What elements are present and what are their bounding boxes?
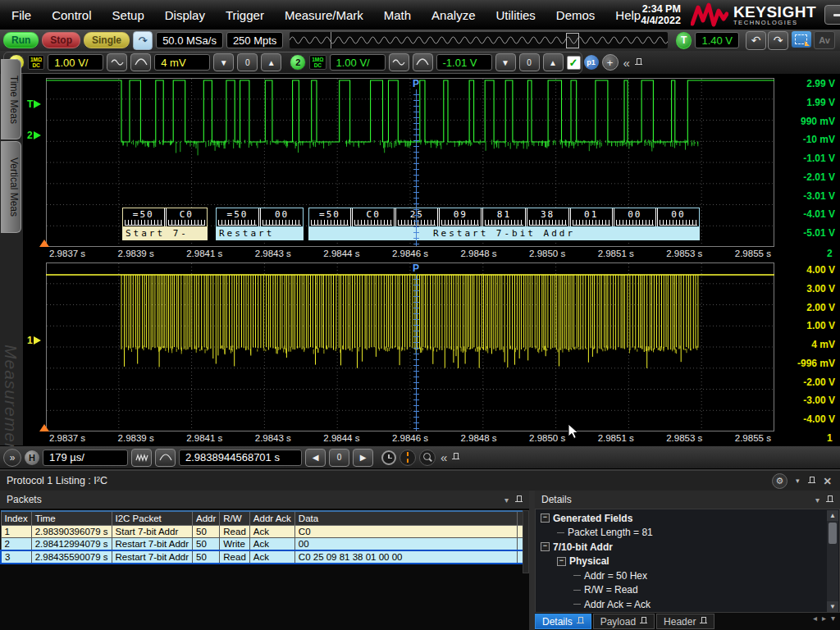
dropdown-arrow-icon[interactable]: ▾ <box>796 477 800 485</box>
menu-item-display[interactable]: Display <box>165 8 205 22</box>
channel1-ground-marker[interactable]: 1 <box>27 335 41 346</box>
tab-arrow-icon[interactable]: ▾ <box>831 614 835 623</box>
pin-icon[interactable] <box>635 58 642 67</box>
horizontal-indicator[interactable]: H <box>25 450 39 465</box>
tree-item[interactable]: R/W = Read <box>536 583 824 598</box>
panel-close-icon[interactable]: ✕ <box>824 475 832 487</box>
tab-arrow-icon[interactable]: ▸ <box>822 614 826 623</box>
position-zero-button[interactable]: 0 <box>329 449 349 467</box>
graticule-channel1[interactable] <box>46 262 774 431</box>
preview-view-window[interactable] <box>566 33 579 48</box>
menu-item-control[interactable]: Control <box>52 8 91 22</box>
channel2-ground-marker[interactable]: 2 <box>27 130 41 141</box>
protocol-title-bar[interactable]: Protocol 1 Listing : I²C ⚙ ▾ ✕ <box>0 471 840 491</box>
av-icon[interactable]: Av <box>814 31 835 49</box>
column-header[interactable]: I2C Packet <box>112 511 192 526</box>
channel1-offset-down-button[interactable]: ▼ <box>213 53 234 71</box>
collapse-chevrons-icon[interactable]: « <box>439 450 449 464</box>
menu-item-demos[interactable]: Demos <box>556 8 596 22</box>
pin-icon[interactable] <box>826 495 833 504</box>
menu-item-file[interactable]: File <box>11 8 31 22</box>
channel1-coupling-badge[interactable]: 1MΩ DC <box>28 55 44 70</box>
pin-icon[interactable] <box>808 477 815 486</box>
trigger-indicator[interactable]: T <box>676 32 692 49</box>
search-zoom-icon[interactable] <box>419 450 436 466</box>
table-row[interactable]: 12.98390396079 sStart 7-bit Addr50ReadAc… <box>1 526 528 538</box>
tab-arrow-icon[interactable]: ◂ <box>813 614 817 623</box>
touch-button[interactable]: ↷ <box>133 31 153 50</box>
tab-time-meas[interactable]: Time Meas <box>1 59 21 139</box>
menu-item-setup[interactable]: Setup <box>112 8 144 22</box>
sample-rate-box[interactable]: 50.0 MSa/s <box>156 32 223 48</box>
tree-expander-icon[interactable] <box>541 542 550 551</box>
marker-line-icon[interactable] <box>399 450 416 466</box>
channel1-wave-large-icon[interactable] <box>130 53 151 71</box>
minimize-button[interactable] <box>824 5 840 25</box>
details-scrollbar[interactable]: ▲ ▼ <box>827 510 838 612</box>
pin-icon[interactable] <box>515 495 523 504</box>
packets-scrollbar[interactable] <box>523 510 529 573</box>
column-header[interactable]: Addr Ack <box>249 511 294 526</box>
scroll-up-icon[interactable]: ▲ <box>827 510 838 521</box>
single-button[interactable]: Single <box>84 32 130 48</box>
horizontal-position-box[interactable]: 2.9838944568701 s <box>179 450 302 466</box>
channel1-offset-box[interactable]: 4 mV <box>154 54 210 71</box>
scroll-down-icon[interactable]: ▼ <box>827 601 838 612</box>
p1-time-marker-bottom[interactable]: P <box>413 263 420 431</box>
stop-button[interactable]: Stop <box>42 32 80 48</box>
gear-icon[interactable]: ⚙ <box>772 473 788 489</box>
timebase-compress-icon[interactable] <box>131 449 152 467</box>
acquisition-preview-strip[interactable] <box>290 32 668 48</box>
channel2-coupling-badge[interactable]: 1MΩ DC <box>309 55 326 70</box>
timebase-scale-box[interactable]: 179 µs/ <box>43 450 128 466</box>
channel1-scale-box[interactable]: 1.00 V/ <box>48 54 103 71</box>
scroll-thumb[interactable] <box>829 523 837 544</box>
pin-icon[interactable] <box>452 453 459 462</box>
table-row[interactable]: 22.98412994079 sRestart 7-bit Addr50Writ… <box>1 538 528 551</box>
channel2-button[interactable]: 2 <box>290 54 306 71</box>
tree-item[interactable]: Addr = 50 Hex <box>536 568 824 583</box>
channel1-wave-small-icon[interactable] <box>107 53 127 71</box>
position-left-button[interactable]: ◀ <box>305 449 326 467</box>
tab-payload[interactable]: Payload <box>593 614 655 629</box>
menu-item-math[interactable]: Math <box>384 8 411 22</box>
redo-button[interactable]: ↷ <box>768 31 788 50</box>
p1-marker-badge[interactable]: p1 <box>584 55 599 70</box>
column-header[interactable]: Time <box>31 511 112 526</box>
graticule-channel2[interactable]: =50C0Start 7-=5000Restart=50C02509813801… <box>46 78 774 247</box>
tree-item[interactable]: Physical <box>536 555 824 569</box>
channel2-wave-small-icon[interactable] <box>389 53 409 71</box>
trigger-level-box[interactable]: 1.40 V <box>695 32 739 48</box>
position-right-button[interactable]: ▶ <box>353 449 373 467</box>
column-header[interactable]: Addr <box>193 511 220 526</box>
p1-time-marker-top[interactable]: P <box>413 79 420 246</box>
channel2-wave-large-icon[interactable] <box>413 53 433 71</box>
memory-depth-box[interactable]: 250 Mpts <box>226 32 283 48</box>
column-header[interactable]: R/W <box>220 511 250 526</box>
timebase-expand-icon[interactable] <box>155 449 176 467</box>
tree-expander-icon[interactable] <box>557 557 566 566</box>
pin-icon[interactable] <box>700 617 707 626</box>
tab-scroll-arrows[interactable]: ◂▸▾ <box>813 614 840 623</box>
menu-item-analyze[interactable]: Analyze <box>431 8 475 22</box>
pin-icon[interactable] <box>640 617 647 626</box>
channel2-offset-down-button[interactable]: ▼ <box>495 53 516 71</box>
tree-item[interactable]: Packet Length = 81 <box>536 526 824 541</box>
channel2-offset-zero-button[interactable]: 0 <box>519 53 540 71</box>
tab-details[interactable]: Details <box>535 614 591 629</box>
marker-checkbox[interactable]: ✓ <box>567 56 581 70</box>
undo-button[interactable]: ↶ <box>746 31 766 50</box>
tree-item[interactable]: 7/10-bit Addr <box>536 540 824 555</box>
add-button[interactable]: + <box>602 54 619 71</box>
collapse-chevrons-icon[interactable]: « <box>622 56 632 70</box>
dropdown-arrow-icon[interactable]: ▾ <box>815 495 819 504</box>
menu-item-help[interactable]: Help <box>615 8 641 22</box>
pin-icon[interactable] <box>577 617 584 626</box>
channel2-offset-up-button[interactable]: ▲ <box>543 53 564 71</box>
run-button[interactable]: Run <box>3 32 39 48</box>
column-header[interactable]: Index <box>1 511 31 526</box>
menu-item-measure-mark[interactable]: Measure/Mark <box>285 8 363 22</box>
tree-item[interactable]: Addr Ack = Ack <box>536 597 824 612</box>
column-header[interactable]: Data <box>294 511 517 526</box>
zoom-select-icon[interactable] <box>792 31 811 48</box>
